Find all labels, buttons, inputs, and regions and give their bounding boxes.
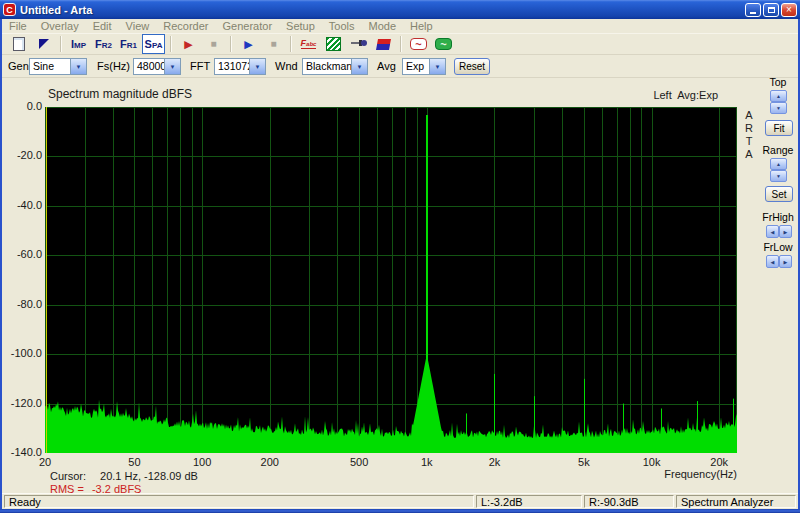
averaging-select[interactable]: Exp ▼ (402, 58, 446, 75)
y-tick-label: -100.0 (0, 347, 42, 359)
fit-button[interactable]: Fit (765, 120, 793, 136)
top-down-button[interactable]: ▼ (770, 102, 787, 114)
generator-play-button[interactable]: ▶ (237, 34, 260, 54)
menu-tools[interactable]: Tools (322, 20, 362, 32)
status-right-level-text: R:-90.3dB (589, 496, 639, 508)
status-right-level: R:-90.3dB (584, 495, 674, 508)
menu-recorder[interactable]: Recorder (156, 20, 215, 32)
arrow-down-icon: ▼ (776, 105, 781, 111)
minimize-icon (750, 12, 756, 14)
set-button-label: Set (771, 189, 786, 200)
y-tick-label: -20.0 (0, 149, 42, 161)
maximize-icon (768, 7, 775, 13)
y-tick-label: -60.0 (0, 248, 42, 260)
arrow-left-icon: ◀ (771, 259, 775, 265)
fr2-mode-button[interactable]: FR2 (92, 34, 115, 54)
plot-title: Spectrum magnitude dBFS (48, 87, 192, 101)
microphone-button[interactable] (347, 34, 370, 54)
frlow-right-button[interactable]: ▶ (779, 255, 792, 268)
chevron-down-icon[interactable]: ▼ (164, 59, 180, 74)
frhigh-left-button[interactable]: ◀ (766, 225, 779, 238)
status-left-level-text: L:-3.2dB (481, 496, 523, 508)
menu-generator[interactable]: Generator (216, 20, 280, 32)
cursor-readout-label: Cursor: (50, 470, 86, 482)
menu-view[interactable]: View (119, 20, 157, 32)
menu-help[interactable]: Help (403, 20, 440, 32)
frhigh-spinner: ◀ ▶ (766, 225, 792, 238)
frhigh-right-button[interactable]: ▶ (779, 225, 792, 238)
sample-rate-value: 48000 (134, 59, 164, 74)
record-stop-button[interactable]: ■ (202, 34, 225, 54)
fr1-mode-button-label: FR1 (120, 39, 137, 50)
avg-label: Avg (377, 60, 396, 72)
scope-button[interactable]: ~ (432, 34, 455, 54)
fr1-mode-button[interactable]: FR1 (117, 34, 140, 54)
top-up-button[interactable]: ▲ (770, 90, 787, 102)
fs-label: Fs(Hz) (97, 60, 130, 72)
new-document-icon (13, 37, 25, 51)
generator-type-value: Sine (30, 59, 70, 74)
maximize-button[interactable] (763, 3, 779, 17)
generator-stop-button[interactable]: ■ (262, 34, 285, 54)
new-file-button[interactable] (7, 34, 30, 54)
fft-size-select[interactable]: 131072 ▼ (214, 58, 266, 75)
window-select[interactable]: Blackman3 ▼ (302, 58, 368, 75)
imp-mode-button-label: IMP (71, 39, 86, 50)
menu-mode[interactable]: Mode (361, 20, 403, 32)
toolbar: IMPFR2FR1SPA▶■▶■Fabc~~ (2, 33, 798, 55)
overlay-flag-button[interactable] (32, 34, 55, 54)
spectrum-plot[interactable] (45, 107, 737, 453)
reset-button[interactable]: Reset (454, 58, 490, 75)
x-tick-label: 200 (250, 456, 290, 468)
close-button[interactable]: × (781, 3, 797, 17)
sample-rate-select[interactable]: 48000 ▼ (133, 58, 181, 75)
fft-label: FFT (190, 60, 210, 72)
chevron-down-icon[interactable]: ▼ (70, 59, 86, 74)
wnd-label: Wnd (275, 60, 298, 72)
window-border-bottom[interactable] (0, 509, 800, 513)
signal-generator-button[interactable]: ~ (407, 34, 430, 54)
calibrate-abc-icon: Fabc (301, 39, 317, 49)
menu-setup[interactable]: Setup (279, 20, 322, 32)
chevron-down-icon[interactable]: ▼ (429, 59, 445, 74)
x-tick-label: 2k (474, 456, 514, 468)
chevron-down-icon[interactable]: ▼ (249, 59, 265, 74)
arrow-right-icon: ▶ (784, 229, 788, 235)
status-ready: Ready (4, 495, 474, 508)
arrow-right-icon: ▶ (784, 259, 788, 265)
menu-overlay[interactable]: Overlay (34, 20, 86, 32)
range-down-button[interactable]: ▼ (770, 170, 787, 182)
status-left-level: L:-3.2dB (476, 495, 582, 508)
x-tick-label: 100 (182, 456, 222, 468)
record-start-button[interactable]: ▶ (177, 34, 200, 54)
imp-mode-button[interactable]: IMP (67, 34, 90, 54)
status-mode-text: Spectrum Analyzer (681, 496, 773, 508)
microphone-icon (351, 38, 367, 50)
menu-file[interactable]: File (2, 20, 34, 32)
set-button[interactable]: Set (765, 186, 793, 202)
minimize-button[interactable] (745, 3, 761, 17)
toolbar-separator (290, 36, 292, 52)
title-bar[interactable]: C Untitled - Arta × (0, 0, 800, 19)
range-up-button[interactable]: ▲ (770, 158, 787, 170)
x-tick-label: 1k (407, 456, 447, 468)
record-play-icon: ▶ (184, 39, 192, 50)
generator-type-select[interactable]: Sine ▼ (29, 58, 87, 75)
window-function-button[interactable] (322, 34, 345, 54)
toolbar-separator (170, 36, 172, 52)
reset-button-label: Reset (459, 61, 485, 72)
frlow-left-button[interactable]: ◀ (766, 255, 779, 268)
window-title: Untitled - Arta (20, 4, 743, 16)
chevron-down-icon[interactable]: ▼ (351, 59, 367, 74)
generator-play-icon: ▶ (244, 39, 252, 50)
arta-watermark: ARTA (743, 109, 755, 161)
menu-bar: FileOverlayEditViewRecorderGeneratorSetu… (2, 19, 798, 33)
menu-edit[interactable]: Edit (86, 20, 119, 32)
toolbar-separator (60, 36, 62, 52)
spa-mode-button[interactable]: SPA (142, 34, 165, 54)
overlay-colors-button[interactable] (372, 34, 395, 54)
calibrate-button[interactable]: Fabc (297, 34, 320, 54)
fr2-mode-button-label: FR2 (95, 39, 112, 50)
arta-logo-icon: C (3, 3, 16, 16)
generator-stop-icon: ■ (270, 39, 276, 49)
